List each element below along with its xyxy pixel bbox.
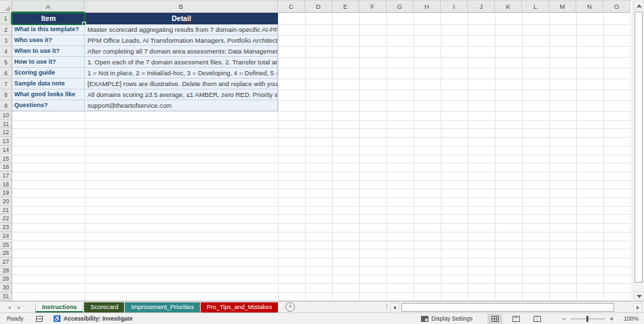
row-header-11[interactable]: 11 <box>0 120 12 129</box>
sheet-tab-improvement_priorities[interactable]: Improvement_Priorities <box>125 302 200 312</box>
row-header-10[interactable]: 10 <box>0 111 12 120</box>
column-header-I[interactable]: I <box>441 1 468 13</box>
down-arrow-icon <box>637 295 642 298</box>
cell-A7[interactable]: Sample data note <box>12 79 85 89</box>
accessibility-status[interactable]: Accessibility: Investigate <box>64 315 133 322</box>
row-header-14[interactable]: 14 <box>0 146 12 155</box>
column-header-F[interactable]: F <box>359 1 386 13</box>
column-header-H[interactable]: H <box>414 1 441 13</box>
display-settings-button[interactable]: Display Settings <box>431 315 472 322</box>
tab-scroll-splitter[interactable]: ⋮ <box>384 303 390 310</box>
horizontal-scrollbar[interactable] <box>401 303 629 312</box>
row-header-1[interactable]: 1 <box>0 13 12 24</box>
zoom-slider[interactable] <box>571 319 605 319</box>
column-header-C[interactable]: C <box>278 1 305 13</box>
cell-A3[interactable]: Who uses it? <box>12 35 85 46</box>
row-header-22[interactable]: 22 <box>0 214 12 223</box>
cell-B6[interactable]: 1 = Not in place, 2 = Initial/ad-hoc, 3 … <box>85 68 278 79</box>
cell-B3[interactable]: PPM Office Leads, AI Transformation Mana… <box>85 35 278 46</box>
row-header-30[interactable]: 30 <box>0 283 12 292</box>
fill-handle[interactable] <box>82 22 86 26</box>
row-header-9[interactable]: 9 <box>0 100 12 111</box>
row-header-3[interactable]: 3 <box>0 35 12 46</box>
cell-A4[interactable]: When to use it? <box>12 46 85 57</box>
normal-view-button[interactable] <box>487 314 502 324</box>
zoom-level[interactable]: 100% <box>621 315 639 322</box>
row-header-19[interactable]: 19 <box>0 188 12 197</box>
column-header-G[interactable]: G <box>386 1 414 13</box>
page-layout-view-button[interactable] <box>508 314 523 324</box>
row-header-27[interactable]: 27 <box>0 258 12 266</box>
cell-A1[interactable]: Item <box>12 13 85 24</box>
row-header-16[interactable]: 16 <box>0 163 12 171</box>
column-header-D[interactable]: D <box>305 1 332 13</box>
column-header-O[interactable]: O <box>603 1 630 13</box>
new-sheet-button[interactable]: + <box>285 302 295 312</box>
cell-B4[interactable]: After completing all 7 domain area asses… <box>85 46 278 57</box>
column-header-K[interactable]: K <box>495 1 522 13</box>
cell-B1[interactable]: Detail <box>85 13 278 24</box>
next-sheet-icon[interactable]: ► <box>14 305 24 310</box>
gridline <box>630 13 631 302</box>
cell-A5[interactable]: How to use it? <box>12 57 85 68</box>
row-header-13[interactable]: 13 <box>0 137 12 146</box>
page-break-view-button[interactable] <box>529 314 544 324</box>
row-header-20[interactable]: 20 <box>0 197 12 206</box>
row-header-4[interactable]: 4 <box>0 46 12 57</box>
vertical-scrollbar[interactable] <box>632 1 644 301</box>
row-header-8[interactable]: 8 <box>0 89 12 100</box>
gridline <box>359 13 360 302</box>
sheet-tab-instructions[interactable]: Instructions <box>35 303 84 312</box>
cell-A8[interactable]: What good looks like <box>12 89 85 100</box>
column-header-J[interactable]: J <box>468 1 495 13</box>
horizontal-scroll-thumb[interactable] <box>401 303 614 312</box>
column-header-E[interactable]: E <box>332 1 359 13</box>
select-all-corner[interactable] <box>0 1 12 13</box>
row-header-15[interactable]: 15 <box>0 155 12 163</box>
column-header-B[interactable]: B <box>85 1 278 13</box>
scroll-up-button[interactable] <box>634 1 644 9</box>
zoom-out-button[interactable]: − <box>557 315 571 323</box>
gridline <box>549 13 550 302</box>
row-header-2[interactable]: 2 <box>0 24 12 35</box>
sheet-tab-pro_tips_and_mistakes[interactable]: Pro_Tips_and_Mistakes <box>201 302 278 312</box>
row-header-28[interactable]: 28 <box>0 266 12 275</box>
column-header-N[interactable]: N <box>576 1 603 13</box>
cell-A2[interactable]: What is this template? <box>12 24 85 35</box>
hscroll-right-button[interactable] <box>633 303 642 312</box>
cell-A9[interactable]: Questions? <box>12 100 85 111</box>
row-header-6[interactable]: 6 <box>0 68 12 79</box>
row-header-12[interactable]: 12 <box>0 128 12 137</box>
scroll-down-button[interactable] <box>634 291 644 300</box>
hscroll-left-button[interactable] <box>390 303 399 312</box>
row-header-24[interactable]: 24 <box>0 232 12 241</box>
column-header-M[interactable]: M <box>549 1 576 13</box>
column-header-A[interactable]: A <box>12 1 85 13</box>
cell-B5[interactable]: 1. Open each of the 7 domain assessment … <box>85 57 278 68</box>
row-header-18[interactable]: 18 <box>0 180 12 189</box>
vertical-scroll-thumb[interactable] <box>635 12 643 283</box>
row-header-23[interactable]: 23 <box>0 223 12 232</box>
zoom-in-button[interactable]: + <box>605 315 618 323</box>
zoom-slider-thumb[interactable] <box>586 316 588 322</box>
cell-B7[interactable]: [EXAMPLE] rows are illustrative. Delete … <box>85 79 278 89</box>
row-header-17[interactable]: 17 <box>0 171 12 180</box>
cell-A6[interactable]: Scoring guide <box>12 68 85 79</box>
row-header-31[interactable]: 31 <box>0 292 12 301</box>
gridline <box>12 258 630 258</box>
gridline <box>12 137 630 138</box>
row-header-26[interactable]: 26 <box>0 249 12 258</box>
spreadsheet-grid: ABCDEFGHIJKLMNO1234567891011121314151617… <box>0 0 632 302</box>
row-header-25[interactable]: 25 <box>0 241 12 249</box>
row-header-21[interactable]: 21 <box>0 206 12 215</box>
sheet-tab-scorecard[interactable]: Scorecard <box>84 302 124 312</box>
column-header-L[interactable]: L <box>522 1 549 13</box>
cell-B2[interactable]: Master scorecard aggregating results fro… <box>85 24 278 35</box>
row-header-5[interactable]: 5 <box>0 57 12 68</box>
row-header-7[interactable]: 7 <box>0 79 12 89</box>
cell-B9[interactable]: support@theartofservice.com <box>85 100 278 111</box>
macro-record-icon[interactable] <box>36 316 43 322</box>
row-header-29[interactable]: 29 <box>0 275 12 283</box>
prev-sheet-icon[interactable]: ◄ <box>4 305 14 310</box>
cell-B8[interactable]: All domains scoring ≥3.5 average, ≤1 AMB… <box>85 89 278 100</box>
